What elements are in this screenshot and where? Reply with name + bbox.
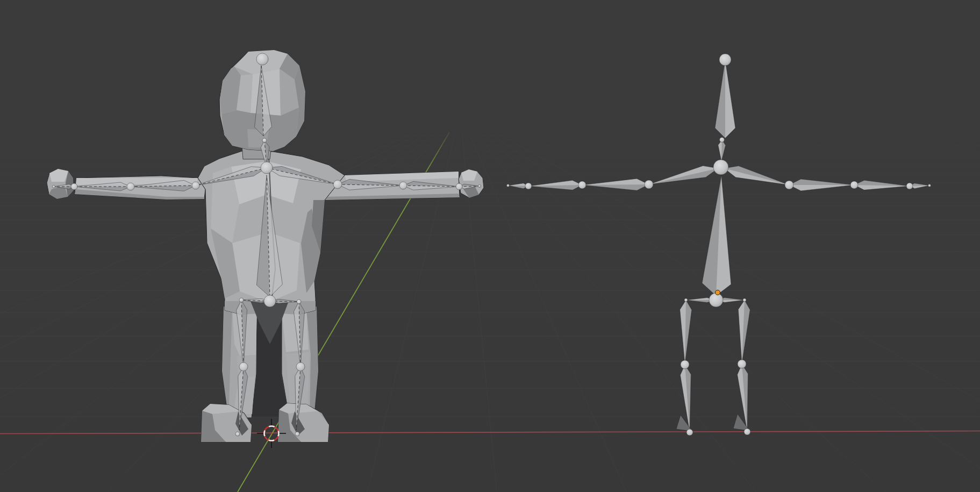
armature[interactable] bbox=[507, 54, 931, 436]
right-shoe bbox=[278, 403, 329, 442]
x-axis-line bbox=[0, 431, 980, 434]
3d-viewport[interactable] bbox=[0, 0, 980, 492]
object-origin-dot bbox=[716, 290, 720, 295]
left-fist bbox=[47, 169, 74, 199]
